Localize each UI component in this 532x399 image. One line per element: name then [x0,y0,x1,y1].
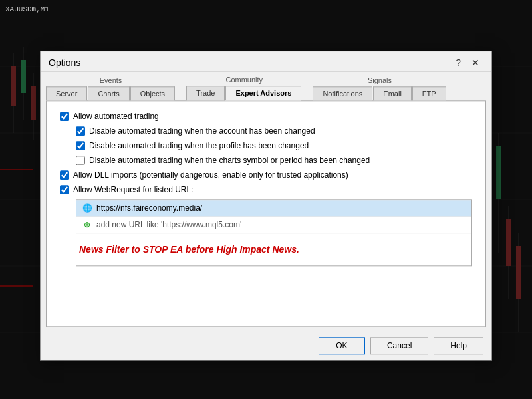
title-bar: Options ? ✕ [41,51,491,72]
tab-group-signals-label: Signals [368,76,392,84]
cancel-button[interactable]: Cancel [370,337,428,354]
label-disable-profile[interactable]: Disable automated trading when the profi… [89,141,309,150]
tab-group-events: Events Server Charts Objects [46,76,176,100]
events-tabs: Server Charts Objects [46,86,176,100]
ok-button[interactable]: OK [319,337,365,354]
news-filter-text: News Filter to STOP EA before High Impac… [76,240,471,259]
checkbox-allow-webrequest[interactable] [60,185,69,194]
title-actions: ? ✕ [452,57,483,68]
checkbox-disable-chart[interactable] [76,156,85,165]
content-area: Allow automated trading Disable automate… [46,100,486,327]
svg-rect-10 [31,86,36,120]
tab-ftp[interactable]: FTP [412,86,446,100]
checkbox-allow-trading[interactable] [60,112,69,121]
url-text-faireconomy: https://nfs.faireconomy.media/ [96,203,202,213]
help-footer-button[interactable]: Help [434,337,483,354]
svg-rect-6 [11,66,16,106]
url-text-add-new: add new URL like 'https://www.mql5.com' [96,220,241,229]
tab-email[interactable]: Email [373,86,412,100]
signals-tabs: Notifications Email FTP [313,86,446,100]
label-allow-webrequest[interactable]: Allow WebRequest for listed URL: [73,185,194,194]
tabs-area: Events Server Charts Objects Community T… [41,72,491,100]
tab-server[interactable]: Server [46,86,87,100]
tab-trade[interactable]: Trade [186,86,225,100]
tab-group-community: Community Trade Expert Advisors [186,76,302,100]
url-item-faireconomy[interactable]: 🌐 https://nfs.faireconomy.media/ [76,200,471,217]
tab-objects[interactable]: Objects [130,86,175,100]
checkbox-row-disable-chart: Disable automated trading when the chart… [76,156,472,165]
tab-group-signals: Signals Notifications Email FTP [313,76,446,100]
checkbox-row-disable-profile: Disable automated trading when the profi… [76,141,472,150]
add-icon: ⊕ [82,219,92,230]
checkbox-row-allow-webrequest: Allow WebRequest for listed URL: [60,185,472,194]
svg-rect-8 [21,60,26,93]
tab-group-events-label: Events [100,76,122,84]
tab-row: Events Server Charts Objects Community T… [41,72,491,100]
checkbox-row-allow-trading: Allow automated trading [60,112,472,121]
label-allow-dll[interactable]: Allow DLL imports (potentially dangerous… [73,170,348,180]
community-tabs: Trade Expert Advisors [186,85,302,100]
url-list: 🌐 https://nfs.faireconomy.media/ ⊕ add n… [76,200,472,266]
tab-charts[interactable]: Charts [88,86,129,100]
svg-rect-16 [506,219,511,266]
svg-rect-14 [496,146,501,200]
close-button[interactable]: ✕ [467,57,483,68]
svg-rect-18 [516,246,521,299]
checkbox-row-allow-dll: Allow DLL imports (potentially dangerous… [60,170,472,180]
checkbox-disable-profile[interactable] [76,141,85,150]
tab-expert-advisors[interactable]: Expert Advisors [225,86,301,100]
checkbox-disable-account[interactable] [76,126,85,136]
label-disable-chart[interactable]: Disable automated trading when the chart… [89,156,370,165]
checkbox-row-disable-account: Disable automated trading when the accou… [76,126,472,136]
url-item-add-new[interactable]: ⊕ add new URL like 'https://www.mql5.com… [76,217,471,233]
tab-notifications[interactable]: Notifications [313,86,372,100]
label-allow-trading[interactable]: Allow automated trading [73,112,159,121]
dialog-title: Options [49,57,80,68]
checkbox-allow-dll[interactable] [60,170,69,180]
footer-area: OK Cancel Help [41,332,491,360]
globe-icon: 🌐 [82,203,92,213]
label-disable-account[interactable]: Disable automated trading when the accou… [89,126,315,136]
help-button[interactable]: ? [452,57,465,68]
tab-group-community-label: Community [225,76,263,84]
options-dialog: Options ? ✕ Events Server Charts Objects… [40,51,492,360]
